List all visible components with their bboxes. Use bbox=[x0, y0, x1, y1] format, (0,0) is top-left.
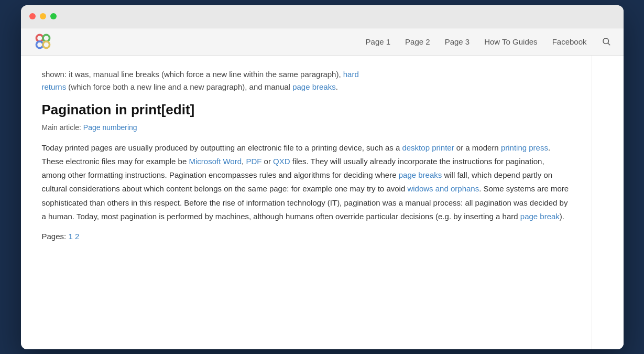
traffic-lights bbox=[29, 13, 57, 19]
svg-point-4 bbox=[603, 38, 609, 44]
svg-point-2 bbox=[36, 41, 43, 48]
logo[interactable] bbox=[34, 32, 52, 51]
minimize-button[interactable] bbox=[40, 13, 46, 19]
svg-point-1 bbox=[43, 35, 50, 41]
page-link-1[interactable]: 1 bbox=[68, 232, 72, 241]
sidebar bbox=[592, 56, 624, 349]
page-link-2[interactable]: 2 bbox=[75, 232, 79, 241]
nav-item-page3[interactable]: Page 3 bbox=[445, 37, 470, 46]
pages-line: Pages: 1 2 bbox=[42, 232, 571, 241]
link-page-numbering[interactable]: Page numbering bbox=[83, 123, 137, 132]
link-printing-press[interactable]: printing press bbox=[501, 143, 548, 152]
close-button[interactable] bbox=[29, 13, 36, 19]
svg-line-5 bbox=[608, 43, 609, 45]
link-microsoft-word[interactable]: Microsoft Word bbox=[189, 157, 242, 166]
search-icon[interactable] bbox=[602, 37, 611, 46]
section-heading: Pagination in print[edit] bbox=[42, 102, 571, 118]
link-page-breaks-body[interactable]: page breaks bbox=[399, 170, 442, 179]
main-article-line: Main article: Page numbering bbox=[42, 123, 571, 132]
svg-point-3 bbox=[43, 41, 50, 48]
pages-label: Pages: bbox=[42, 232, 67, 241]
svg-point-0 bbox=[36, 35, 43, 41]
link-desktop-printer[interactable]: desktop printer bbox=[402, 143, 454, 152]
body-paragraph: Today printed pages are usually produced… bbox=[42, 141, 571, 224]
main-article-label: Main article: bbox=[42, 123, 81, 132]
browser-window: Page 1 Page 2 Page 3 How To Guides Faceb… bbox=[21, 5, 624, 349]
maximize-button[interactable] bbox=[50, 13, 57, 19]
nav-item-facebook[interactable]: Facebook bbox=[552, 37, 587, 46]
link-page-breaks-top[interactable]: page breaks bbox=[292, 82, 336, 91]
content-area: shown: it was, manual line breaks (which… bbox=[21, 56, 624, 349]
link-pdf[interactable]: PDF bbox=[246, 157, 261, 166]
navbar: Page 1 Page 2 Page 3 How To Guides Faceb… bbox=[21, 28, 624, 56]
link-hard[interactable]: hard bbox=[343, 70, 359, 79]
logo-icon bbox=[34, 32, 52, 51]
truncated-paragraph: shown: it was, manual line breaks (which… bbox=[42, 68, 571, 93]
nav-item-howto[interactable]: How To Guides bbox=[484, 37, 537, 46]
nav-links: Page 1 Page 2 Page 3 How To Guides Faceb… bbox=[366, 37, 611, 46]
link-page-break-body[interactable]: page break bbox=[520, 212, 560, 221]
nav-item-page1[interactable]: Page 1 bbox=[366, 37, 391, 46]
main-content: shown: it was, manual line breaks (which… bbox=[21, 56, 592, 349]
nav-item-page2[interactable]: Page 2 bbox=[405, 37, 430, 46]
link-widows-orphans[interactable]: widows and orphans bbox=[407, 184, 479, 193]
link-qxd[interactable]: QXD bbox=[273, 157, 290, 166]
titlebar bbox=[21, 5, 624, 28]
link-returns[interactable]: returns bbox=[42, 82, 67, 91]
